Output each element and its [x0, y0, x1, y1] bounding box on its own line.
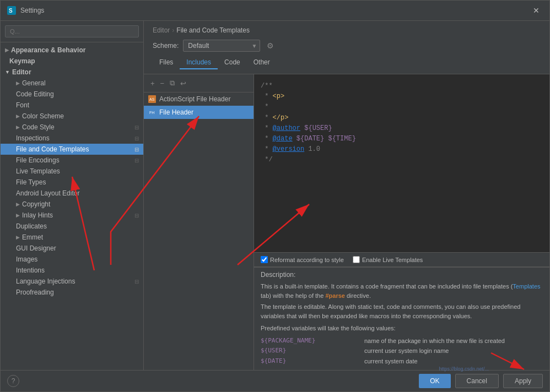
tab-other[interactable]: Other — [247, 56, 277, 69]
code-editor[interactable]: /** * <p> * * </p> * @author ${USER} * @… — [254, 74, 549, 252]
sidebar: ▶ Appearance & Behavior Keymap ▼ Editor … — [1, 21, 144, 370]
var-user-desc: current user system login name — [364, 346, 543, 356]
var-package-name: ${PACKAGE_NAME} — [261, 336, 360, 346]
expand-arrow: ▶ — [16, 113, 20, 119]
sidebar-item-font[interactable]: Font — [1, 100, 143, 111]
sidebar-item-code-editing[interactable]: Code Editing — [1, 89, 143, 100]
sidebar-item-file-templates[interactable]: File and Code Templates ⊟ — [1, 144, 143, 155]
cancel-button[interactable]: Cancel — [455, 374, 499, 388]
svg-text:FH: FH — [149, 111, 154, 115]
sidebar-item-file-types[interactable]: File Types — [1, 177, 143, 188]
breadcrumb: Editor › File and Code Templates — [153, 26, 541, 34]
expand-arrow: ▶ — [16, 213, 20, 218]
var-date: ${DATE} — [261, 357, 360, 366]
tab-code[interactable]: Code — [218, 56, 247, 69]
sidebar-item-label: Code Editing — [16, 90, 54, 98]
sidebar-item-copyright[interactable]: ▶ Copyright — [1, 199, 143, 210]
close-button[interactable]: ✕ — [530, 5, 543, 16]
live-templates-checkbox-row[interactable]: Enable Live Templates — [353, 256, 423, 263]
content-area: ▶ Appearance & Behavior Keymap ▼ Editor … — [1, 21, 549, 370]
sidebar-item-emmet[interactable]: ▶ Emmet — [1, 232, 143, 243]
action-buttons: OK Cancel Apply — [419, 374, 543, 388]
template-item-actionscript[interactable]: AS ActionScript File Header — [144, 92, 254, 106]
sidebar-item-keymap[interactable]: Keymap — [1, 56, 143, 67]
breadcrumb-current: File and Code Templates — [176, 26, 250, 34]
template-item-label: File Header — [159, 108, 193, 116]
sidebar-item-file-encodings[interactable]: File Encodings ⊟ — [1, 155, 143, 166]
template-item-file-header[interactable]: FH File Header — [144, 106, 254, 119]
code-line: /** — [261, 81, 543, 91]
reformat-checkbox[interactable] — [261, 256, 268, 263]
sidebar-item-label: Images — [16, 255, 37, 263]
description-panel: Description: This is a built-in template… — [254, 267, 549, 370]
sidebar-item-inlay-hints[interactable]: ▶ Inlay Hints ⊟ — [1, 210, 143, 221]
expand-arrow: ▶ — [16, 124, 20, 130]
ok-button[interactable]: OK — [419, 374, 450, 388]
sidebar-item-general[interactable]: ▶ General — [1, 78, 143, 89]
sidebar-item-label: Copyright — [22, 200, 50, 208]
sidebar-item-label: File Encodings — [16, 156, 60, 164]
sidebar-item-intentions[interactable]: Intentions — [1, 265, 143, 276]
apply-button[interactable]: Apply — [503, 374, 543, 388]
tab-files[interactable]: Files — [153, 56, 180, 69]
template-list: AS ActionScript File Header FH File Head… — [144, 92, 254, 370]
title-bar: S Settings ✕ — [1, 1, 549, 21]
sidebar-item-gui-designer[interactable]: GUI Designer — [1, 243, 143, 254]
sidebar-item-label: Intentions — [16, 266, 45, 274]
sync-icon: ⊟ — [134, 135, 139, 141]
sidebar-item-android-layout[interactable]: Android Layout Editor — [1, 188, 143, 199]
remove-template-button[interactable]: − — [158, 78, 167, 89]
sidebar-item-proofreading[interactable]: Proofreading — [1, 287, 143, 298]
tabs-row: Files Includes Code Other — [153, 56, 541, 69]
sync-icon: ⊟ — [134, 157, 139, 164]
sidebar-item-label: Keymap — [9, 57, 35, 65]
sidebar-item-inspections[interactable]: Inspections ⊟ — [1, 133, 143, 144]
svg-text:S: S — [9, 8, 13, 14]
dialog-title: Settings — [20, 7, 44, 14]
search-input[interactable] — [5, 25, 139, 37]
sidebar-item-label: File Types — [16, 178, 46, 186]
sidebar-item-appearance[interactable]: ▶ Appearance & Behavior — [1, 45, 143, 56]
sidebar-item-editor[interactable]: ▼ Editor — [1, 67, 143, 78]
sidebar-item-images[interactable]: Images — [1, 254, 143, 265]
sidebar-item-code-style[interactable]: ▶ Code Style ⊟ — [1, 122, 143, 133]
description-text: This is a built-in template. It contains… — [261, 282, 543, 300]
sidebar-item-label: Font — [16, 101, 29, 109]
reset-template-button[interactable]: ↩ — [178, 78, 188, 89]
code-line: * — [261, 102, 543, 112]
panel-header: Editor › File and Code Templates Scheme:… — [144, 21, 549, 74]
description-text-2: The template is editable. Along with sta… — [261, 302, 543, 320]
expand-arrow: ▶ — [16, 202, 20, 207]
scheme-select[interactable]: Default Project — [183, 40, 260, 52]
code-panel: /** * <p> * * </p> * @author ${USER} * @… — [254, 74, 549, 370]
reformat-checkbox-row[interactable]: Reformat according to style — [261, 256, 344, 263]
code-line: * @date ${DATE} ${TIME} — [261, 134, 543, 144]
sidebar-item-label: Duplicates — [16, 222, 47, 230]
template-item-label: ActionScript File Header — [159, 95, 230, 103]
sidebar-item-label: Appearance & Behavior — [11, 46, 85, 54]
sidebar-item-label: Live Templates — [16, 167, 60, 175]
scheme-row: Scheme: Default Project ▼ ⚙ — [153, 40, 541, 52]
sidebar-item-language-injections[interactable]: Language Injections ⊟ — [1, 276, 143, 287]
sidebar-item-label: General — [22, 79, 46, 87]
help-button[interactable]: ? — [7, 375, 19, 387]
list-toolbar: + − ⧉ ↩ — [144, 74, 254, 92]
expand-arrow: ▶ — [16, 80, 20, 86]
add-template-button[interactable]: + — [148, 78, 157, 89]
sidebar-item-duplicates[interactable]: Duplicates — [1, 221, 143, 232]
sidebar-item-label: Color Scheme — [22, 112, 64, 120]
sidebar-tree: ▶ Appearance & Behavior Keymap ▼ Editor … — [1, 42, 143, 370]
scheme-select-wrapper: Default Project ▼ — [183, 40, 260, 52]
sidebar-item-label: Inspections — [16, 134, 50, 142]
scheme-gear-button[interactable]: ⚙ — [265, 40, 276, 51]
search-box — [1, 21, 143, 42]
expand-arrow: ▶ — [16, 235, 20, 240]
sync-icon: ⊟ — [134, 279, 139, 285]
copy-template-button[interactable]: ⧉ — [168, 78, 177, 89]
tab-includes[interactable]: Includes — [180, 56, 218, 69]
sync-icon: ⊟ — [134, 124, 139, 130]
live-templates-checkbox[interactable] — [353, 256, 360, 263]
sidebar-item-color-scheme[interactable]: ▶ Color Scheme — [1, 111, 143, 122]
main-panel: Editor › File and Code Templates Scheme:… — [144, 21, 549, 370]
sidebar-item-live-templates[interactable]: Live Templates — [1, 166, 143, 177]
